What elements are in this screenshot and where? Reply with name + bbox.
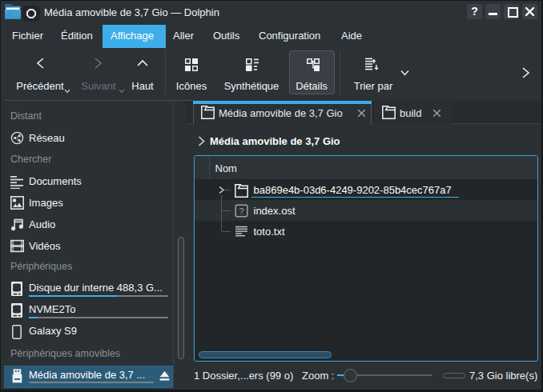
svg-text:?: ? <box>239 206 243 216</box>
